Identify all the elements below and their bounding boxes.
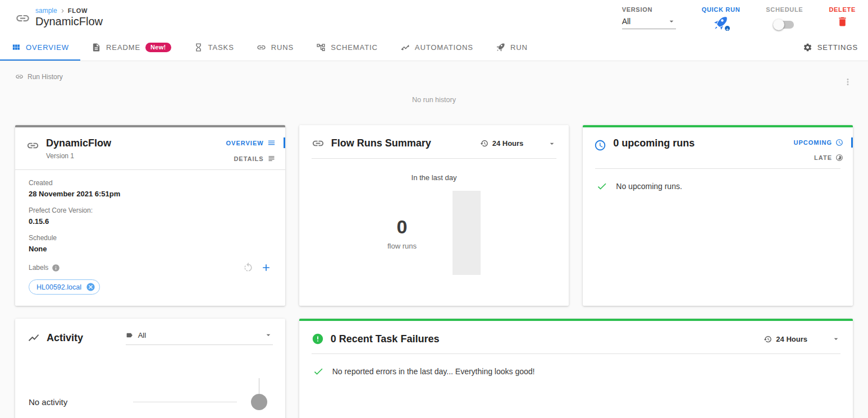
list-lines-icon bbox=[267, 154, 276, 163]
gear-icon bbox=[803, 43, 812, 52]
refresh-labels-icon[interactable] bbox=[243, 262, 254, 273]
dropdown-arrow-icon bbox=[667, 17, 676, 26]
summary-card-icon bbox=[312, 137, 325, 150]
check-icon bbox=[313, 366, 324, 377]
failures-period-select[interactable]: 24 Hours bbox=[764, 334, 840, 343]
upcoming-empty-message: No upcoming runs. bbox=[616, 182, 682, 191]
activity-filter-select[interactable]: All bbox=[126, 330, 273, 345]
upcoming-side-tabs: UPCOMING LATE bbox=[793, 137, 853, 163]
dropdown-arrow-icon bbox=[264, 330, 273, 339]
settings-button[interactable]: SETTINGS bbox=[792, 35, 868, 61]
tab-readme[interactable]: README New! bbox=[80, 35, 182, 61]
page-title: DynamicFlow bbox=[35, 15, 103, 28]
main-content: Run History No run history DynamicFlow V… bbox=[0, 61, 868, 418]
quick-run-control: QUICK RUN bbox=[702, 6, 741, 31]
flow-runs-count-label: flow runs bbox=[387, 242, 417, 250]
flow-icon bbox=[15, 11, 30, 26]
schedule-toggle[interactable] bbox=[775, 21, 794, 29]
run-history-section: Run History No run history bbox=[15, 61, 853, 125]
tab-label: TASKS bbox=[208, 43, 234, 52]
tab-schematic[interactable]: SCHEMATIC bbox=[305, 35, 389, 61]
tab-runs[interactable]: RUNS bbox=[245, 35, 305, 61]
schedule-field: Schedule None bbox=[29, 234, 272, 253]
quick-run-label: QUICK RUN bbox=[702, 6, 741, 13]
flow-card-side-tabs: OVERVIEW DETAILS bbox=[226, 137, 285, 164]
activity-card: Activity All No activity bbox=[15, 319, 285, 418]
header-actions: VERSION All QUICK RUN SCHEDULE bbox=[622, 4, 856, 31]
delete-control: DELETE bbox=[829, 6, 856, 27]
remove-chip-icon[interactable] bbox=[86, 282, 95, 292]
flow-runs-count-block: 0 flow runs bbox=[387, 216, 417, 250]
chevron-right-icon bbox=[59, 7, 66, 15]
plus-badge-icon bbox=[724, 25, 731, 32]
empty-bar-chart bbox=[453, 191, 481, 275]
summary-subtitle: In the last day bbox=[412, 173, 457, 182]
info-icon bbox=[52, 264, 60, 272]
version-select[interactable]: All bbox=[622, 16, 676, 29]
breadcrumb-link-sample[interactable]: sample bbox=[35, 7, 57, 15]
tab-label: README bbox=[106, 43, 140, 52]
side-tab-label: UPCOMING bbox=[793, 139, 832, 146]
overview-icon bbox=[11, 43, 21, 52]
tab-overview[interactable]: OVERVIEW bbox=[0, 35, 80, 61]
upcoming-runs-card: 0 upcoming runs UPCOMING LATE No upcomin… bbox=[583, 125, 853, 306]
more-options-button[interactable] bbox=[843, 77, 853, 87]
tab-bar: OVERVIEW README New! TASKS RUNS SCHEMATI… bbox=[0, 35, 868, 61]
schedule-field-value: None bbox=[29, 245, 272, 253]
version-label: VERSION bbox=[622, 6, 652, 13]
flow-card-version: Version 1 bbox=[46, 152, 111, 160]
side-tab-label: LATE bbox=[814, 154, 832, 161]
flow-runs-summary-card: Flow Runs Summary 24 Hours In the last d… bbox=[299, 125, 569, 306]
tab-run[interactable]: RUN bbox=[485, 35, 539, 61]
tab-tasks[interactable]: TASKS bbox=[182, 35, 245, 61]
delete-button[interactable] bbox=[837, 16, 848, 27]
activity-icon bbox=[28, 332, 40, 344]
tab-automations[interactable]: AUTOMATIONS bbox=[389, 35, 485, 61]
created-value: 28 November 2021 6:51pm bbox=[29, 190, 272, 198]
side-tab-late[interactable]: LATE bbox=[793, 153, 853, 163]
side-tab-upcoming[interactable]: UPCOMING bbox=[793, 137, 853, 148]
version-control: VERSION All bbox=[622, 6, 676, 29]
breadcrumb-current: FLOW bbox=[68, 7, 88, 14]
side-tab-details[interactable]: DETAILS bbox=[226, 153, 285, 164]
history-icon bbox=[764, 335, 772, 343]
label-chip-text: HL00592.local bbox=[36, 283, 81, 291]
run-history-header: Run History bbox=[15, 72, 853, 81]
side-tab-overview[interactable]: OVERVIEW bbox=[226, 137, 285, 148]
activity-body: No activity bbox=[15, 353, 285, 418]
breadcrumb: sample FLOW bbox=[35, 7, 103, 15]
runs-icon bbox=[257, 43, 266, 52]
labels-row: Labels bbox=[29, 262, 272, 273]
label-chip: HL00592.local bbox=[29, 279, 100, 295]
settings-label: SETTINGS bbox=[817, 43, 858, 52]
task-failures-card: 0 Recent Task Failures 24 Hours No repor… bbox=[299, 319, 853, 418]
tab-label: RUNS bbox=[271, 43, 294, 52]
failures-period-value: 24 Hours bbox=[776, 335, 807, 343]
created-label: Created bbox=[29, 179, 272, 187]
delete-label: DELETE bbox=[829, 6, 856, 13]
core-version-label: Prefect Core Version: bbox=[29, 206, 272, 214]
timeline-scrubber-handle[interactable] bbox=[251, 394, 267, 410]
timelapse-icon bbox=[835, 154, 843, 162]
flow-card-title: DynamicFlow bbox=[46, 137, 111, 149]
version-select-value: All bbox=[622, 17, 631, 26]
summary-card-title: Flow Runs Summary bbox=[331, 137, 431, 149]
task-failures-title: 0 Recent Task Failures bbox=[331, 333, 440, 345]
flow-runs-count: 0 bbox=[387, 216, 417, 238]
core-version-value: 0.15.6 bbox=[29, 217, 272, 226]
summary-period-select[interactable]: 24 Hours bbox=[480, 139, 557, 148]
add-label-icon[interactable] bbox=[261, 262, 272, 273]
exclamation-circle-icon bbox=[312, 333, 324, 345]
clock-icon bbox=[594, 139, 606, 151]
toggle-knob bbox=[773, 19, 784, 30]
trash-icon bbox=[837, 16, 848, 27]
quick-run-button[interactable] bbox=[713, 16, 728, 31]
readme-icon bbox=[92, 43, 101, 52]
app-header: sample FLOW DynamicFlow VERSION All QUIC… bbox=[0, 0, 868, 35]
failures-message: No reported errors in the last day... Ev… bbox=[332, 367, 535, 376]
new-badge: New! bbox=[145, 43, 171, 52]
tab-label: OVERVIEW bbox=[26, 43, 69, 52]
core-version-field: Prefect Core Version: 0.15.6 bbox=[29, 206, 272, 226]
activity-card-title: Activity bbox=[47, 332, 83, 344]
side-tab-label: DETAILS bbox=[234, 155, 263, 162]
